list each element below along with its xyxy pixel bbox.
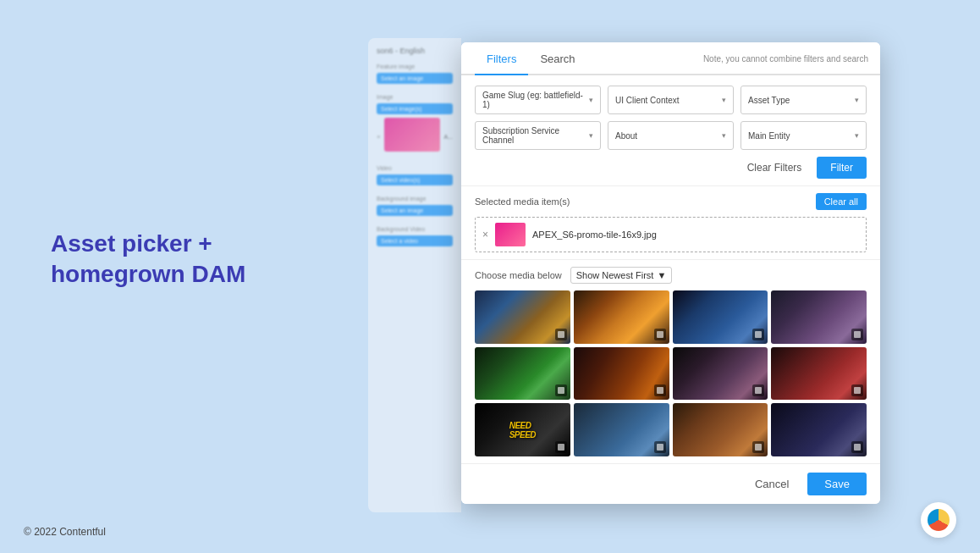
- filter-button[interactable]: Filter: [817, 157, 867, 179]
- media-item-icon: [654, 329, 666, 340]
- left-content: Asset picker + homegrown DAM: [51, 229, 245, 290]
- filter-game-slug-text: Game Slug (eg: battlefield-1): [482, 91, 586, 109]
- filter-about[interactable]: About ▾: [608, 121, 734, 150]
- media-item[interactable]: [673, 290, 768, 344]
- filter-subscription-arrow: ▾: [589, 131, 593, 140]
- media-item[interactable]: [574, 290, 669, 344]
- media-item-icon: [851, 384, 863, 396]
- media-item[interactable]: [475, 290, 570, 344]
- bg-section-bgvid: Background Video Select a video: [377, 226, 453, 246]
- filter-ui-client[interactable]: UI Client Context ▾: [608, 86, 734, 114]
- svg-rect-3: [854, 331, 861, 338]
- asset-picker-modal: Filters Search Note, you cannot combine …: [461, 42, 880, 504]
- svg-rect-0: [558, 331, 564, 338]
- media-item[interactable]: [771, 403, 867, 456]
- filter-asset-type-arrow: ▾: [855, 96, 859, 104]
- media-item[interactable]: [771, 347, 867, 401]
- tab-filters[interactable]: Filters: [475, 42, 528, 75]
- svg-rect-2: [755, 331, 762, 338]
- media-item-icon: [555, 384, 567, 396]
- media-item-icon: [752, 329, 764, 340]
- filter-ui-client-text: UI Client Context: [615, 96, 718, 105]
- media-item-icon: [851, 441, 863, 453]
- heading-line2: homegrown DAM: [51, 261, 245, 287]
- bg-section-video: Video Select video(s): [377, 165, 453, 185]
- filter-main-entity-arrow: ▾: [855, 131, 859, 140]
- svg-rect-10: [755, 444, 762, 451]
- tab-search[interactable]: Search: [528, 42, 586, 75]
- contentful-logo: [921, 502, 956, 538]
- filter-subscription[interactable]: Subscription Service Channel ▾: [475, 121, 601, 150]
- media-item-nfs[interactable]: NEEDSPEED: [475, 403, 570, 456]
- bg-select-btn2: Select image(s): [377, 103, 453, 114]
- background-panel: son6 - English Feature image Select an i…: [368, 38, 461, 512]
- selected-item-name: APEX_S6-promo-tile-16x9.jpg: [532, 229, 657, 240]
- heading-line1: Asset picker +: [51, 230, 212, 257]
- svg-rect-1: [657, 331, 663, 338]
- filter-row-2: Subscription Service Channel ▾ About ▾ M…: [475, 121, 867, 150]
- filter-actions: Clear Filters Filter: [475, 157, 867, 179]
- media-item[interactable]: [673, 347, 768, 401]
- media-item[interactable]: [574, 403, 669, 456]
- main-heading: Asset picker + homegrown DAM: [51, 229, 245, 290]
- bg-section-label3: Video: [377, 165, 453, 171]
- filter-game-slug-arrow: ▾: [589, 96, 593, 104]
- sort-select[interactable]: Show Newest First ▼: [570, 267, 673, 284]
- bg-section-label: Feature image: [377, 64, 453, 69]
- media-item-icon: [654, 441, 666, 453]
- svg-rect-6: [755, 387, 762, 394]
- filter-main-entity[interactable]: Main Entity ▾: [741, 121, 867, 150]
- media-item-icon: [555, 441, 567, 453]
- filter-about-arrow: ▾: [722, 131, 726, 140]
- media-item-icon: [752, 384, 764, 396]
- filter-game-slug[interactable]: Game Slug (eg: battlefield-1) ▾: [475, 86, 601, 114]
- save-button[interactable]: Save: [807, 473, 867, 495]
- bg-select-btn5: Select a video: [377, 235, 453, 246]
- bg-thumb: [384, 118, 441, 152]
- svg-rect-4: [558, 387, 564, 394]
- bg-select-btn4: Select an image: [377, 205, 453, 216]
- svg-rect-8: [558, 444, 564, 451]
- media-item[interactable]: [574, 347, 669, 401]
- media-item[interactable]: [475, 347, 570, 401]
- svg-rect-11: [854, 444, 861, 451]
- bg-section-label5: Background Video: [377, 226, 453, 232]
- svg-rect-5: [657, 387, 663, 394]
- filter-row-1: Game Slug (eg: battlefield-1) ▾ UI Clien…: [475, 86, 867, 114]
- bg-breadcrumb: son6 - English: [377, 47, 453, 55]
- bg-select-btn: Select an image: [377, 73, 453, 84]
- contentful-logo-icon: [928, 509, 950, 531]
- media-item[interactable]: [673, 403, 768, 456]
- bg-section-bgimg: Background image Select an image: [377, 196, 453, 216]
- media-item-icon: [555, 329, 567, 340]
- selected-item-close[interactable]: ×: [482, 229, 488, 241]
- modal-footer: Cancel Save: [461, 463, 880, 504]
- media-grid-header: Choose media below Show Newest First ▼: [475, 267, 867, 284]
- selected-item-thumbnail: [495, 223, 526, 246]
- clear-all-button[interactable]: Clear all: [816, 193, 867, 210]
- media-item-icon: [851, 329, 863, 340]
- filter-ui-client-arrow: ▾: [722, 96, 726, 104]
- sort-arrow-icon: ▼: [657, 270, 666, 280]
- media-item-icon: [654, 384, 666, 396]
- clear-filters-button[interactable]: Clear Filters: [739, 157, 811, 179]
- selected-media-section: Selected media item(s) Clear all × APEX_…: [461, 186, 880, 260]
- filters-section: Game Slug (eg: battlefield-1) ▾ UI Clien…: [461, 75, 880, 186]
- bg-section-feature: Feature image Select an image: [377, 64, 453, 84]
- cancel-button[interactable]: Cancel: [745, 473, 799, 495]
- filter-asset-type[interactable]: Asset Type ▾: [741, 86, 867, 114]
- filter-subscription-text: Subscription Service Channel: [482, 126, 586, 145]
- sort-label: Show Newest First: [576, 270, 654, 280]
- modal-note: Note, you cannot combine filters and sea…: [703, 54, 868, 64]
- selected-media-header: Selected media item(s) Clear all: [475, 193, 867, 210]
- svg-rect-7: [854, 387, 861, 394]
- svg-rect-9: [657, 444, 663, 451]
- media-grid-section: Choose media below Show Newest First ▼: [461, 260, 880, 463]
- copyright-text: © 2022 Contentful: [24, 526, 106, 538]
- bg-section-label2: Image: [377, 94, 453, 100]
- media-item[interactable]: [771, 290, 867, 344]
- media-grid: NEEDSPEED: [475, 290, 867, 456]
- bg-section-image: Image Select image(s) × A...: [377, 94, 453, 155]
- bg-select-btn3: Select video(s): [377, 174, 453, 185]
- selected-media-label: Selected media item(s): [475, 196, 570, 207]
